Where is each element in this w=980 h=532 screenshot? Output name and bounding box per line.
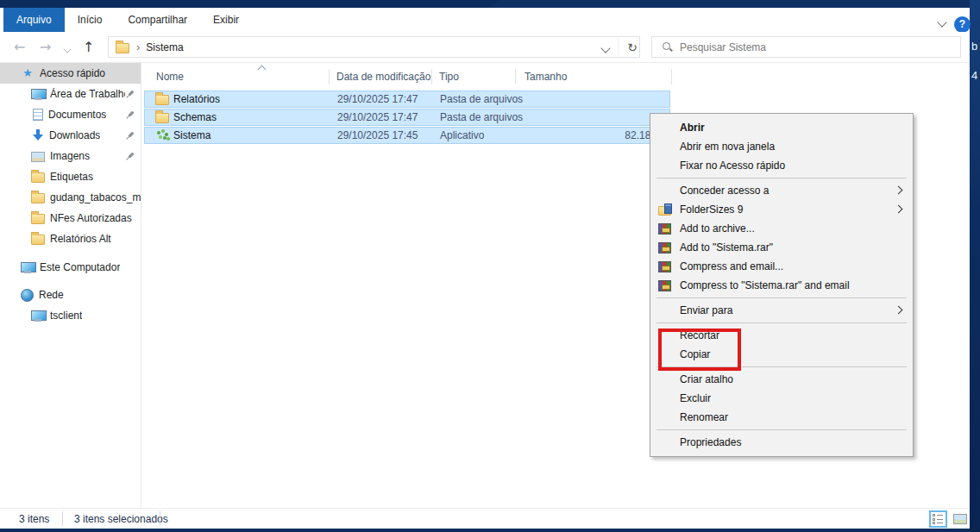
- column-divider[interactable]: [671, 69, 672, 84]
- pc-icon: [31, 310, 45, 322]
- thumbnail-view-icon: [953, 514, 967, 524]
- file-name-label: Sistema: [173, 129, 210, 141]
- recent-locations-chevron-icon[interactable]: [65, 47, 70, 52]
- file-row-schemas[interactable]: Schemas29/10/2025 17:47Pasta de arquivos: [144, 109, 670, 126]
- fsz-icon: [658, 206, 671, 216]
- items-count-label: 3 itens: [19, 513, 49, 525]
- folder-icon: [31, 235, 45, 245]
- file-name-label: Schemas: [173, 111, 217, 123]
- column-divider[interactable]: [515, 69, 516, 84]
- file-date-cell: 29/10/2025 17:45: [337, 129, 440, 141]
- column-header-data-de-modifica-o[interactable]: Data de modificação: [336, 71, 430, 83]
- column-header-tamanho[interactable]: Tamanho: [525, 71, 567, 83]
- sidebar-item-este-computador[interactable]: Este Computador: [0, 257, 141, 278]
- sidebar-item--rea-de-trabalho[interactable]: Área de Trabalho: [0, 84, 141, 104]
- file-name-cell: Schemas: [145, 111, 337, 123]
- tab-compartilhar[interactable]: Compartilhar: [115, 8, 200, 32]
- selected-count-label: 3 itens selecionados: [74, 513, 168, 525]
- app-icon: [155, 128, 169, 142]
- screen: b 4 ArquivoInícioCompartilharExibir ? ← …: [0, 0, 980, 532]
- sidebar-item-nfes-autorizadas[interactable]: NFes Autorizadas: [0, 208, 141, 228]
- file-name-cell: Sistema: [145, 128, 337, 142]
- sidebar-item-label: gudang_tabacos_m: [50, 191, 141, 203]
- breadcrumb-segment[interactable]: Sistema: [146, 41, 183, 53]
- file-row-sistema[interactable]: Sistema29/10/2025 17:45Aplicativo82.181: [144, 127, 670, 144]
- file-size-cell: 82.181: [525, 129, 669, 141]
- sidebar-item-tsclient[interactable]: tsclient: [0, 305, 141, 326]
- desktop-fragment-text: 4: [971, 69, 977, 82]
- sidebar-item-imagens[interactable]: Imagens: [0, 146, 141, 166]
- pin-icon[interactable]: [123, 87, 137, 101]
- sidebar-item-label: tsclient: [50, 310, 82, 322]
- file-type-cell: Pasta de arquivos: [440, 93, 525, 105]
- menu-item-criar-atalho[interactable]: Criar atalho: [650, 370, 913, 389]
- menu-item-abrir-em-nova-janela[interactable]: Abrir em nova janela: [650, 137, 913, 156]
- sidebar-item-relat-rios-alt[interactable]: Relatórios Alt: [0, 228, 141, 249]
- address-bar[interactable]: › Sistema ↻: [108, 36, 640, 58]
- menu-item-add-to-sistema-rar-[interactable]: Add to "Sistema.rar": [650, 238, 913, 257]
- search-box[interactable]: [651, 36, 961, 58]
- net-icon: [21, 289, 34, 302]
- column-divider[interactable]: [431, 69, 432, 84]
- sidebar-item-label: Relatórios Alt: [50, 233, 111, 245]
- details-view-button[interactable]: [929, 510, 947, 528]
- menu-item-enviar-para[interactable]: Enviar para: [650, 301, 913, 320]
- tab-início[interactable]: Início: [65, 8, 116, 32]
- menu-item-foldersizes-9[interactable]: FolderSizes 9: [650, 200, 913, 219]
- address-dropdown-chevron-icon[interactable]: [602, 45, 609, 52]
- status-divider: [62, 511, 63, 526]
- context-menu: AbrirAbrir em nova janelaFixar no Acesso…: [650, 113, 914, 457]
- column-header-tipo[interactable]: Tipo: [439, 71, 459, 83]
- help-button[interactable]: ?: [954, 16, 971, 33]
- img-icon: [31, 152, 45, 162]
- status-bar: 3 itens 3 itens selecionados: [0, 508, 970, 529]
- back-button-icon[interactable]: ←: [14, 39, 25, 55]
- winrar-icon: [658, 280, 671, 291]
- sidebar-item-rede[interactable]: Rede: [0, 285, 141, 305]
- ribbon-expand-chevron-icon[interactable]: [939, 19, 946, 27]
- window-titlebar-fragment: [0, 0, 500, 8]
- menu-item-add-to-archive-[interactable]: Add to archive...: [650, 219, 913, 238]
- pin-icon[interactable]: [123, 128, 137, 142]
- sidebar-item-label: Etiquetas: [50, 171, 93, 183]
- file-type-cell: Pasta de arquivos: [440, 111, 525, 123]
- star-icon: ★: [21, 66, 35, 80]
- pin-icon[interactable]: [123, 149, 137, 163]
- sidebar-item-label: Imagens: [50, 150, 90, 162]
- sidebar-item-acesso-r-pido[interactable]: ★Acesso rápido: [0, 63, 141, 84]
- breadcrumb-folder-icon: [116, 43, 129, 53]
- doc-icon: [33, 109, 43, 121]
- menu-item-compress-to-sistema-rar-and-email[interactable]: Compress to "Sistema.rar" and email: [650, 276, 913, 295]
- sidebar-item-downloads[interactable]: Downloads: [0, 125, 141, 146]
- search-input[interactable]: [680, 37, 960, 57]
- breadcrumb-chevron-icon: ›: [136, 41, 140, 53]
- menu-item-propriedades[interactable]: Propriedades: [650, 433, 913, 452]
- sidebar-item-label: Rede: [39, 289, 64, 301]
- winrar-icon: [658, 242, 671, 253]
- file-date-cell: 29/10/2025 17:47: [337, 111, 440, 123]
- sidebar-item-label: Documentos: [48, 109, 106, 121]
- sidebar-item-gudang-tabacos-m[interactable]: gudang_tabacos_m: [0, 187, 141, 208]
- forward-button-icon[interactable]: →: [40, 39, 51, 55]
- column-header-nome[interactable]: Nome: [156, 71, 184, 83]
- pin-icon[interactable]: [123, 108, 137, 122]
- tab-exibir[interactable]: Exibir: [200, 8, 252, 32]
- menu-item-abrir[interactable]: Abrir: [650, 118, 913, 137]
- thumbnail-view-button[interactable]: [951, 510, 969, 528]
- menu-separator: [656, 297, 907, 298]
- menu-item-compress-and-email-[interactable]: Compress and email...: [650, 257, 913, 276]
- refresh-icon[interactable]: ↻: [625, 39, 640, 56]
- folder-icon: [155, 95, 169, 105]
- column-divider[interactable]: [329, 69, 330, 84]
- menu-item-conceder-acesso-a[interactable]: Conceder acesso a: [650, 181, 913, 200]
- menu-item-excluir[interactable]: Excluir: [650, 389, 913, 408]
- sidebar-item-documentos[interactable]: Documentos: [0, 104, 141, 125]
- menu-item-fixar-no-acesso-r-pido[interactable]: Fixar no Acesso rápido: [650, 156, 913, 175]
- up-button-icon[interactable]: ↑: [83, 39, 94, 55]
- menu-item-renomear[interactable]: Renomear: [650, 408, 913, 427]
- down-icon: [32, 129, 44, 141]
- file-row-relat-rios[interactable]: Relatórios29/10/2025 17:47Pasta de arqui…: [144, 91, 670, 108]
- submenu-chevron-icon: [895, 186, 903, 195]
- tab-arquivo[interactable]: Arquivo: [3, 8, 65, 32]
- sidebar-item-etiquetas[interactable]: Etiquetas: [0, 166, 141, 187]
